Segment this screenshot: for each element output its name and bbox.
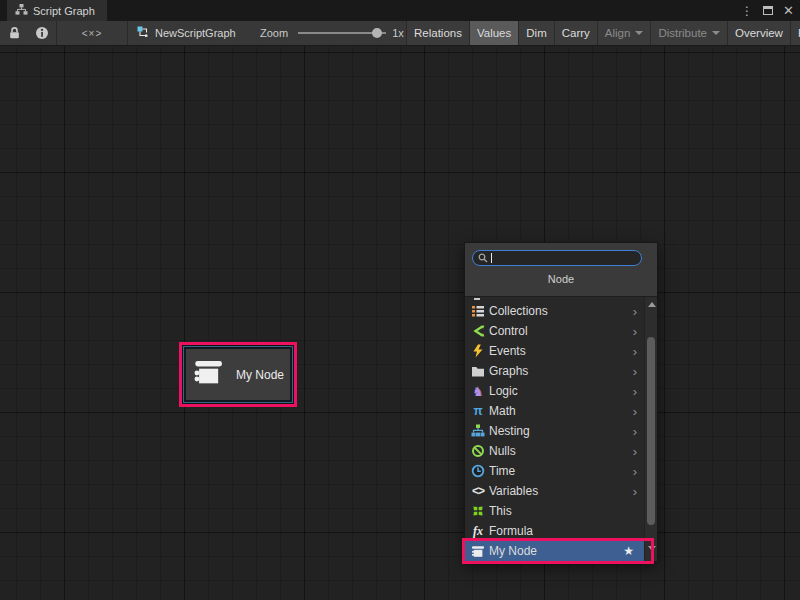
- toolbar-button-label: Overview: [735, 27, 783, 39]
- kebab-menu-icon[interactable]: ⋮: [741, 5, 753, 17]
- this-icon: [470, 504, 486, 519]
- finder-item-nesting[interactable]: Nesting›: [465, 421, 644, 441]
- finder-item-label: Variables: [489, 484, 633, 498]
- script-graph-window: Script Graph ⋮ ✕ <×> NewScript: [0, 0, 800, 600]
- node-selection-ring: My Node: [183, 346, 293, 403]
- toolbar-button-values[interactable]: Values: [470, 21, 519, 45]
- node-label: My Node: [236, 368, 284, 382]
- finder-item-formula[interactable]: fxFormula: [465, 521, 644, 541]
- toolbar-button-overview[interactable]: Overview: [728, 21, 791, 45]
- variables-icon: <>: [470, 484, 486, 499]
- finder-item-collections[interactable]: Collections›: [465, 301, 644, 321]
- toolbar-button-label: Distribute: [658, 27, 707, 39]
- chevron-right-icon: ›: [633, 384, 637, 399]
- finder-item-label: Graphs: [489, 364, 633, 378]
- finder-item-graphs[interactable]: Graphs›: [465, 361, 644, 381]
- zoom-slider-handle[interactable]: [372, 28, 382, 38]
- graph-canvas[interactable]: My Node Node Collections›Control›Events›…: [0, 46, 800, 600]
- finder-scrollbar[interactable]: [644, 296, 657, 561]
- finder-item-label: Events: [489, 344, 633, 358]
- tab-script-graph[interactable]: Script Graph: [7, 0, 107, 21]
- toolbar-button-label: Align: [605, 27, 631, 39]
- code-icon[interactable]: <×>: [57, 21, 127, 45]
- finder-item-label: Collections: [489, 304, 633, 318]
- zoom-label: Zoom: [260, 27, 288, 39]
- finder-item-label: Logic: [489, 384, 633, 398]
- zoom-slider[interactable]: [298, 32, 386, 34]
- math-icon: π: [470, 404, 486, 419]
- close-icon[interactable]: ✕: [783, 4, 794, 17]
- finder-item-label: Time: [489, 464, 633, 478]
- search-icon: [478, 249, 488, 267]
- finder-item-label: Control: [489, 324, 633, 338]
- hierarchy-icon: [15, 3, 28, 18]
- finder-item-this[interactable]: This: [465, 501, 644, 521]
- text-caret: [491, 253, 492, 263]
- toolbar-button-relations[interactable]: Relations: [406, 21, 470, 45]
- maximize-icon[interactable]: [763, 6, 773, 15]
- collections-icon: [470, 304, 486, 319]
- finder-item-label: This: [489, 504, 644, 518]
- finder-item-variables[interactable]: <>Variables›: [465, 481, 644, 501]
- events-icon: [470, 344, 486, 359]
- chevron-right-icon: ›: [633, 484, 637, 499]
- toolbar-button-label: Dim: [526, 27, 546, 39]
- finder-item-my-node[interactable]: My Node★: [465, 541, 644, 561]
- toolbar-button-full-s[interactable]: Full S: [791, 21, 800, 45]
- chevron-right-icon: ›: [633, 304, 637, 319]
- finder-item-nulls[interactable]: Nulls›: [465, 441, 644, 461]
- finder-item-math[interactable]: πMath›: [465, 401, 644, 421]
- graph-name[interactable]: NewScriptGraph: [137, 21, 236, 45]
- chevron-right-icon: ›: [633, 464, 637, 479]
- toolbar-button-label: Relations: [414, 27, 462, 39]
- nesting-icon: [470, 424, 486, 439]
- finder-item-control[interactable]: Control›: [465, 321, 644, 341]
- toolbar-button-dim[interactable]: Dim: [519, 21, 554, 45]
- finder-item-label: Nesting: [489, 424, 633, 438]
- scroll-down-icon[interactable]: [648, 546, 656, 551]
- scrollbar-thumb[interactable]: [647, 337, 655, 525]
- favorite-star-icon[interactable]: ★: [623, 544, 634, 558]
- chevron-right-icon: ›: [633, 424, 637, 439]
- time-icon: [470, 464, 486, 479]
- formula-icon: fx: [470, 524, 486, 539]
- nulls-icon: [470, 444, 486, 459]
- graph-wire-icon: [137, 26, 149, 40]
- chevron-right-icon: ›: [633, 344, 637, 359]
- dropdown-arrow-icon: [635, 31, 643, 35]
- control-icon: [470, 324, 486, 339]
- box-icon: [192, 358, 226, 391]
- logic-icon: ♞: [470, 384, 486, 399]
- toolbar-button-distribute: Distribute: [651, 21, 728, 45]
- chevron-right-icon: ›: [633, 404, 637, 419]
- zoom-value: 1x: [392, 27, 404, 39]
- search-input[interactable]: [472, 250, 642, 266]
- finder-header: Node: [465, 273, 657, 285]
- node-selection-annotation: My Node: [179, 342, 297, 407]
- chevron-right-icon: ›: [633, 444, 637, 459]
- lock-icon[interactable]: [0, 21, 28, 45]
- toolbar-button-carry[interactable]: Carry: [555, 21, 598, 45]
- finder-item-label: Math: [489, 404, 633, 418]
- tab-title: Script Graph: [33, 5, 95, 17]
- finder-item-time[interactable]: Time›: [465, 461, 644, 481]
- graphs-icon: [470, 364, 486, 379]
- toolbar-button-align: Align: [598, 21, 652, 45]
- toolbar-buttons: RelationsValuesDimCarryAlignDistributeOv…: [406, 21, 800, 45]
- finder-item-label: Nulls: [489, 444, 633, 458]
- finder-item-logic[interactable]: ♞Logic›: [465, 381, 644, 401]
- node-my-node[interactable]: My Node: [186, 349, 290, 400]
- info-icon[interactable]: [28, 21, 56, 45]
- finder-item-events[interactable]: Events›: [465, 341, 644, 361]
- box-icon: [470, 544, 486, 559]
- finder-item-label: My Node: [489, 544, 623, 558]
- chevron-right-icon: ›: [633, 324, 637, 339]
- finder-item-label: Formula: [489, 524, 644, 538]
- dropdown-arrow-icon: [712, 31, 720, 35]
- toolbar-button-label: Carry: [562, 27, 590, 39]
- graph-toolbar: <×> NewScriptGraph Zoom 1x RelationsValu…: [0, 21, 800, 46]
- fuzzy-finder-popup: Node Collections›Control›Events›Graphs›♞…: [464, 242, 658, 562]
- scroll-up-icon[interactable]: [648, 302, 656, 307]
- finder-list: Collections›Control›Events›Graphs›♞Logic…: [465, 296, 644, 561]
- toolbar-button-label: Values: [477, 27, 511, 39]
